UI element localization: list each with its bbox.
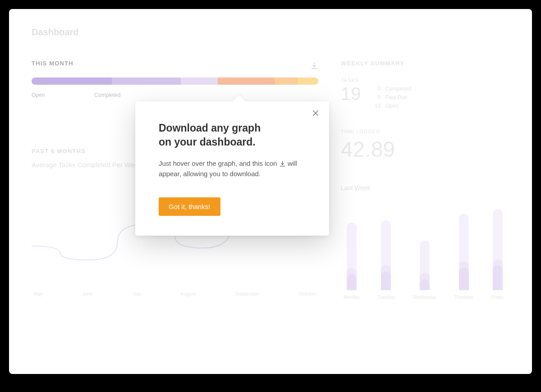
legend-open: Open — [32, 92, 45, 98]
this-month-bar — [32, 77, 318, 85]
segment-open-c — [181, 77, 218, 85]
legend-completed: Completed — [94, 92, 120, 98]
modal-heading-l2: on your dashboard. — [159, 136, 256, 148]
bar-col: Tuesday — [378, 220, 395, 300]
x-tick: August — [180, 291, 196, 296]
bar — [459, 214, 469, 290]
time-logged-value: 42.89 — [341, 137, 509, 162]
bar-col: Friday — [491, 209, 504, 300]
segment-open-a — [32, 77, 112, 85]
last-week-section: Last Week MondayTuesdayWednesdayThursday… — [341, 184, 509, 300]
this-month-header: THIS MONTH — [32, 60, 318, 73]
bar — [420, 241, 430, 290]
tasks-completed-label: Completed — [385, 85, 411, 93]
tasks-open-count: 19 — [371, 102, 381, 110]
x-tick: May — [33, 291, 43, 296]
bar-label: Thursday — [454, 295, 473, 300]
x-tick: September — [235, 291, 260, 296]
bar — [347, 223, 357, 290]
segment-completed-c — [298, 77, 318, 85]
right-column: WEEKLY SUMMARY TASKS 19 0Completed 0Past… — [336, 60, 509, 300]
this-month-label: THIS MONTH — [32, 60, 73, 67]
x-tick: July — [132, 291, 141, 296]
close-icon[interactable] — [310, 108, 321, 119]
got-it-button[interactable]: Got it, thanks! — [159, 197, 220, 216]
bar-col: Wednesday — [413, 241, 436, 300]
segment-completed-b — [275, 77, 298, 85]
tasks-pastdue-label: Past Due — [385, 93, 407, 102]
download-icon[interactable] — [310, 62, 318, 72]
modal-body-before: Just hover over the graph, and this icon — [159, 160, 277, 167]
segment-open-b — [112, 77, 181, 85]
tasks-pastdue-count: 0 — [371, 93, 381, 102]
bar — [493, 209, 503, 290]
modal-heading: Download any graph on your dashboard. — [159, 121, 306, 149]
weekly-summary-label: WEEKLY SUMMARY — [341, 60, 509, 67]
bar-label: Wednesday — [413, 295, 436, 300]
bar — [381, 220, 391, 290]
bar-label: Tuesday — [378, 295, 395, 300]
bar-col: Thursday — [454, 214, 473, 300]
segment-completed-a — [218, 77, 275, 85]
time-logged-label: TIME LOGGED — [341, 129, 509, 134]
x-tick: October — [299, 291, 316, 296]
x-tick: June — [82, 291, 93, 296]
tasks-label: TASKS — [341, 77, 509, 83]
last-week-label: Last Week — [341, 184, 509, 191]
last-week-bars: MondayTuesdayWednesdayThursdayFriday — [341, 210, 509, 300]
this-month-legend: Open Completed — [32, 92, 318, 98]
tasks-stats: 0Completed 0Past Due 19Open — [371, 85, 411, 111]
tasks-total: 19 — [341, 85, 361, 103]
bar-label: Friday — [491, 295, 504, 300]
past6-x-axis: MayJuneJulyAugustSeptemberOctober — [32, 291, 318, 296]
page-title: Dashboard — [32, 27, 509, 37]
tasks-row: 19 0Completed 0Past Due 19Open — [341, 85, 509, 111]
bar-col: Monday — [344, 223, 360, 300]
bar-label: Monday — [344, 295, 360, 300]
modal-heading-l1: Download any graph — [159, 122, 261, 134]
tasks-open-label: Open — [385, 102, 398, 110]
download-tip-modal: Download any graph on your dashboard. Ju… — [135, 101, 329, 236]
tasks-completed-count: 0 — [371, 85, 381, 93]
modal-body: Just hover over the graph, and this icon… — [159, 158, 306, 179]
download-icon — [279, 160, 286, 167]
